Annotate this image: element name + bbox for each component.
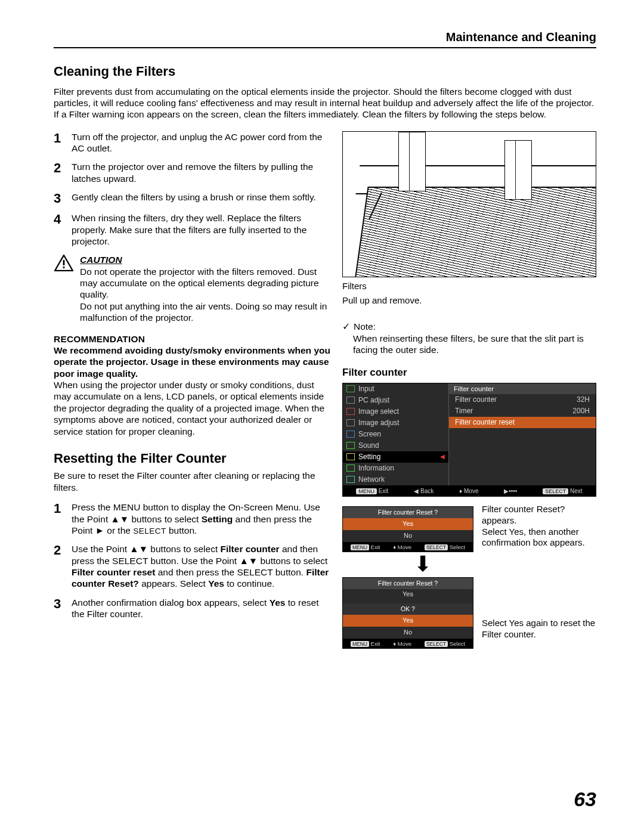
dialog2-caption: Select Yes again to reset the Filter cou…	[482, 618, 596, 640]
osd-item-filter-counter-reset: Filter counter reset	[449, 417, 596, 428]
osd-footer: MENU Exit ◀ Back ♦ Move ▶•••• SELECT Nex…	[342, 486, 596, 497]
osd-screenshot-filter-counter: Input PC adjust Image select Image adjus…	[342, 383, 596, 497]
dialog-filter-counter-reset-1: Filter counter Reset ? Yes No	[342, 506, 473, 543]
reset-step-1-num: 1	[54, 501, 64, 536]
heading-resetting-filter-counter: Resetting the Filter Counter	[54, 450, 332, 467]
dialog1-yes: Yes	[343, 518, 473, 530]
reset-step-1: 1 Press the MENU button to display the O…	[54, 501, 332, 536]
note-text: When reinserting these filters, be sure …	[342, 333, 596, 356]
reset-step-2-text: Use the Point ▲▼ buttons to select Filte…	[72, 543, 332, 590]
caution-text-2: Do not put anything into the air vents. …	[80, 301, 332, 324]
filter-illustration-1	[398, 132, 426, 191]
dialog2-title: Filter counter Reset ?	[343, 578, 473, 589]
caution-text-1: Do not operate the projector with the fi…	[80, 266, 332, 301]
osd-menu-pc-adjust: PC adjust	[343, 395, 448, 406]
heading-cleaning-filters: Cleaning the Filters	[54, 63, 596, 80]
osd-selected-arrow-icon: ◀	[440, 453, 445, 461]
osd-menu-input: Input	[343, 383, 448, 395]
osd-menu-image-adjust: Image adjust	[343, 417, 448, 429]
recommendation-bold: We recommend avoiding dusty/smoky enviro…	[54, 345, 332, 379]
page-number: 63	[574, 786, 596, 812]
cleaning-intro: Filter prevents dust from accumulating o…	[54, 86, 596, 120]
warning-icon	[54, 254, 74, 272]
filter-illustration-2	[504, 140, 532, 200]
reset-intro: Be sure to reset the Filter counter afte…	[54, 470, 332, 493]
dialog1-no: No	[343, 530, 473, 542]
reset-step-3-num: 3	[54, 597, 64, 620]
svg-rect-2	[63, 267, 65, 268]
step-2-num: 2	[54, 161, 64, 184]
reset-step-2: 2 Use the Point ▲▼ buttons to select Fil…	[54, 543, 332, 590]
arrow-down-icon: ⬇	[372, 556, 473, 573]
step-3-num: 3	[54, 191, 64, 205]
osd-menu-information: Information	[343, 463, 448, 474]
breadcrumb: Maintenance and Cleaning	[54, 30, 596, 48]
step-3: 3 Gently clean the filters by using a br…	[54, 191, 332, 205]
step-2: 2 Turn the projector over and remove the…	[54, 161, 332, 184]
reset-step-2-num: 2	[54, 543, 64, 590]
note-label: Note:	[354, 321, 376, 332]
osd-panel-title: Filter counter	[449, 383, 596, 394]
dialog1-title: Filter counter Reset ?	[343, 507, 473, 518]
step-1-text: Turn off the projector, and unplug the A…	[72, 131, 332, 154]
osd-menu-screen: Screen	[343, 429, 448, 440]
note-block: ✓ Note: When reinserting these filters, …	[342, 321, 596, 355]
dialog2-footer: MENU Exit ♦ Move SELECT Select	[342, 639, 473, 649]
figure-caption-filters: Filters	[342, 281, 596, 292]
figure-projector-filters	[342, 131, 596, 277]
step-3-text: Gently clean the filters by using a brus…	[72, 191, 332, 205]
subhead-filter-counter: Filter counter	[342, 366, 596, 379]
step-4-num: 4	[54, 212, 64, 247]
osd-menu-network: Network	[343, 474, 448, 485]
dialog2-ok-title: OK ?	[343, 603, 473, 615]
figure-caption-pull: Pull up and remove.	[342, 295, 596, 306]
checkmark-icon: ✓	[342, 321, 350, 332]
step-4-text: When rinsing the filters, dry they well.…	[72, 212, 332, 247]
reset-step-3: 3 Another confirmation dialog box appear…	[54, 597, 332, 620]
recommendation-text: When using the projector under dusty or …	[54, 379, 332, 437]
svg-rect-1	[63, 260, 65, 265]
recommendation-label: RECOMMENDATION	[54, 333, 332, 345]
step-1-num: 1	[54, 131, 64, 154]
dialog1-footer: MENU Exit ♦ Move SELECT Select	[342, 543, 473, 552]
osd-menu-image-select: Image select	[343, 406, 448, 417]
reset-step-1-text: Press the MENU button to display the On-…	[72, 501, 332, 536]
dialog2-yes-line: Yes	[343, 589, 473, 600]
dialog2-no: No	[343, 627, 473, 639]
osd-menu-setting: Setting◀	[343, 451, 448, 463]
dialog-filter-counter-reset-2: Filter counter Reset ? Yes OK ? Yes No	[342, 577, 473, 639]
dialog1-caption: Filter counter Reset? appears. Select Ye…	[482, 504, 596, 549]
osd-item-timer: Timer200H	[449, 405, 596, 417]
reset-step-3-text: Another confirmation dialog box appears,…	[72, 597, 332, 620]
osd-menu-sound: Sound	[343, 440, 448, 451]
step-1: 1 Turn off the projector, and unplug the…	[54, 131, 332, 154]
step-4: 4 When rinsing the filters, dry they wel…	[54, 212, 332, 247]
caution-block: CAUTION Do not operate the projector wit…	[54, 254, 332, 323]
osd-item-filter-counter: Filter counter32H	[449, 394, 596, 405]
caution-label: CAUTION	[80, 254, 332, 265]
step-2-text: Turn the projector over and remove the f…	[72, 161, 332, 184]
dialog2-yes: Yes	[343, 615, 473, 627]
